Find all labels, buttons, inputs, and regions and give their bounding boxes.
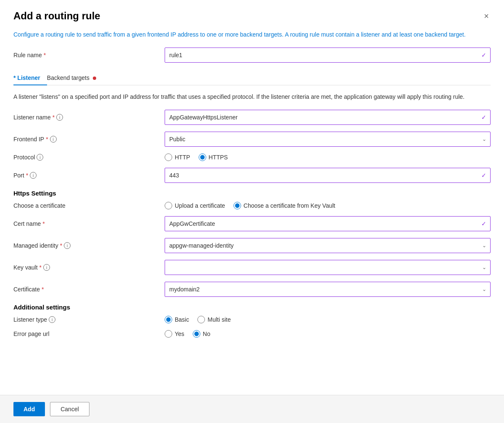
listener-type-multisite-radio[interactable] xyxy=(197,316,205,323)
rule-name-input[interactable] xyxy=(165,48,491,63)
cert-name-row: Cert name * ✓ xyxy=(13,216,491,231)
tab-backend-label: Backend targets xyxy=(47,74,89,81)
port-row: Port * i ✓ xyxy=(13,168,491,183)
tab-listener-label: * Listener xyxy=(13,74,40,81)
choose-certificate-label: Choose a certificate xyxy=(13,202,165,209)
certificate-radio-group: Upload a certificate Choose a certificat… xyxy=(165,202,491,209)
listener-type-basic-option[interactable]: Basic xyxy=(165,316,189,323)
protocol-https-option[interactable]: HTTPS xyxy=(199,153,228,161)
frontend-ip-wrapper: Public ⌄ xyxy=(165,132,491,147)
frontend-ip-row: Frontend IP * i Public ⌄ xyxy=(13,132,491,147)
keyvault-cert-label: Choose a certificate from Key Vault xyxy=(244,202,335,209)
managed-identity-label: Managed identity * i xyxy=(13,242,165,249)
certificate-required: * xyxy=(42,286,44,293)
port-wrapper: ✓ xyxy=(165,168,491,183)
keyvault-cert-radio[interactable] xyxy=(234,202,241,209)
tabs-section: * Listener Backend targets xyxy=(13,71,491,85)
certificate-wrapper: mydomain2 ⌄ xyxy=(165,282,491,297)
upload-cert-option[interactable]: Upload a certificate xyxy=(165,202,225,209)
frontend-ip-select[interactable]: Public xyxy=(165,132,491,147)
upload-cert-radio[interactable] xyxy=(165,202,172,209)
listener-type-row: Listener type i Basic Multi site xyxy=(13,316,491,323)
cancel-button[interactable]: Cancel xyxy=(50,402,89,416)
managed-identity-wrapper: appgw-managed-identity ⌄ xyxy=(165,238,491,253)
listener-type-info-icon[interactable]: i xyxy=(49,316,55,323)
error-page-url-yes-radio[interactable] xyxy=(165,330,172,338)
port-control: ✓ xyxy=(165,168,491,183)
listener-type-multisite-label: Multi site xyxy=(207,316,231,323)
cert-name-input[interactable] xyxy=(165,216,491,231)
error-page-url-no-option[interactable]: No xyxy=(193,330,210,338)
key-vault-select[interactable] xyxy=(165,260,491,275)
listener-type-basic-label: Basic xyxy=(175,316,189,323)
choose-certificate-control: Upload a certificate Choose a certificat… xyxy=(165,202,491,209)
protocol-https-label: HTTPS xyxy=(209,154,228,161)
dialog-title: Add a routing rule xyxy=(13,10,100,22)
dialog-description: Configure a routing rule to send traffic… xyxy=(13,30,491,39)
protocol-label: Protocol i xyxy=(13,154,165,161)
tab-listener[interactable]: * Listener xyxy=(13,71,47,85)
listener-type-radio-group: Basic Multi site xyxy=(165,316,491,323)
key-vault-row: Key vault * i ⌄ xyxy=(13,260,491,275)
rule-name-control: ✓ xyxy=(165,48,491,63)
key-vault-info-icon[interactable]: i xyxy=(43,264,50,271)
managed-identity-row: Managed identity * i appgw-managed-ident… xyxy=(13,238,491,253)
cert-name-required: * xyxy=(42,220,45,227)
managed-identity-info-icon[interactable]: i xyxy=(64,242,71,249)
certificate-row: Certificate * mydomain2 ⌄ xyxy=(13,282,491,297)
managed-identity-select[interactable]: appgw-managed-identity xyxy=(165,238,491,253)
key-vault-required: * xyxy=(39,264,42,271)
listener-type-label: Listener type i xyxy=(13,316,165,323)
frontend-ip-info-icon[interactable]: i xyxy=(50,136,57,143)
port-input[interactable] xyxy=(165,168,491,183)
certificate-label: Certificate * xyxy=(13,286,165,293)
backend-dot xyxy=(93,77,96,80)
protocol-http-option[interactable]: HTTP xyxy=(165,153,190,161)
protocol-info-icon[interactable]: i xyxy=(37,154,43,161)
listener-type-control: Basic Multi site xyxy=(165,316,491,323)
error-page-url-control: Yes No xyxy=(165,330,491,338)
error-page-url-radio-group: Yes No xyxy=(165,330,491,338)
main-content: Configure a routing rule to send traffic… xyxy=(13,30,491,423)
dialog-footer: Add Cancel xyxy=(0,395,504,423)
error-page-url-row: Error page url Yes No xyxy=(13,330,491,338)
port-required: * xyxy=(26,172,28,179)
close-button[interactable]: × xyxy=(482,10,491,22)
managed-identity-required: * xyxy=(60,242,62,249)
listener-description: A listener "listens" on a specified port… xyxy=(13,92,491,101)
https-settings-title: Https Settings xyxy=(13,190,491,197)
tab-backend-targets[interactable]: Backend targets xyxy=(47,71,103,85)
dialog-header: Add a routing rule × xyxy=(13,10,491,22)
rule-name-label: Rule name * xyxy=(13,52,165,58)
listener-name-info-icon[interactable]: i xyxy=(56,114,63,121)
listener-name-input[interactable] xyxy=(165,110,491,125)
listener-type-multisite-option[interactable]: Multi site xyxy=(197,316,231,323)
add-button[interactable]: Add xyxy=(13,402,45,416)
key-vault-label: Key vault * i xyxy=(13,264,165,271)
keyvault-cert-option[interactable]: Choose a certificate from Key Vault xyxy=(234,202,335,209)
listener-name-required: * xyxy=(52,114,55,121)
listener-type-basic-radio[interactable] xyxy=(165,316,172,323)
protocol-http-radio[interactable] xyxy=(165,153,172,161)
listener-name-row: Listener name * i ✓ xyxy=(13,110,491,125)
error-page-url-no-radio[interactable] xyxy=(193,330,200,338)
protocol-control: HTTP HTTPS xyxy=(165,153,491,161)
rule-name-wrapper: ✓ xyxy=(165,48,491,63)
choose-certificate-row: Choose a certificate Upload a certificat… xyxy=(13,202,491,209)
cert-name-wrapper: ✓ xyxy=(165,216,491,231)
error-page-url-yes-label: Yes xyxy=(175,330,184,337)
listener-name-label: Listener name * i xyxy=(13,114,165,121)
protocol-row: Protocol i HTTP HTTPS xyxy=(13,153,491,161)
certificate-select[interactable]: mydomain2 xyxy=(165,282,491,297)
cert-name-control: ✓ xyxy=(165,216,491,231)
frontend-ip-control: Public ⌄ xyxy=(165,132,491,147)
protocol-https-radio[interactable] xyxy=(199,153,206,161)
frontend-ip-required: * xyxy=(46,136,48,143)
error-page-url-yes-option[interactable]: Yes xyxy=(165,330,184,338)
protocol-http-label: HTTP xyxy=(175,154,190,161)
rule-name-required: * xyxy=(44,52,46,58)
upload-cert-label: Upload a certificate xyxy=(175,202,225,209)
rule-name-row: Rule name * ✓ xyxy=(13,48,491,63)
listener-name-wrapper: ✓ xyxy=(165,110,491,125)
port-info-icon[interactable]: i xyxy=(30,172,37,179)
